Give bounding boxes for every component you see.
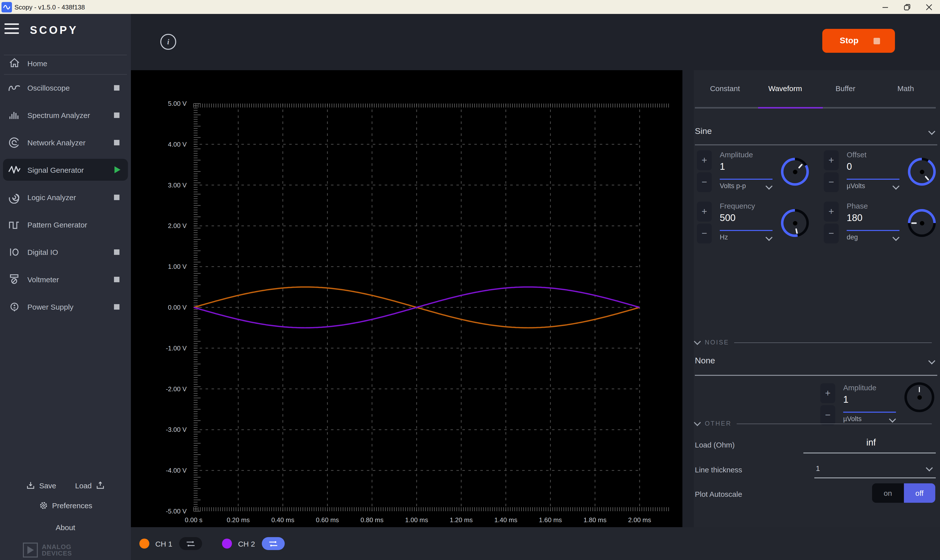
sidebar-item-power-supply[interactable]: Power Supply xyxy=(3,296,128,318)
other-section-header[interactable]: OTHER xyxy=(695,420,936,427)
sidebar-item-logic-analyzer[interactable]: Logic Analyzer xyxy=(3,186,128,208)
stopped-indicator xyxy=(114,304,120,309)
collapse-chevron-icon xyxy=(694,419,701,426)
tab-math[interactable]: Math xyxy=(875,84,936,92)
amplitude-increment-button[interactable]: + xyxy=(697,150,712,170)
ch1-settings-button[interactable] xyxy=(179,537,202,550)
svg-text:-2.00 V: -2.00 V xyxy=(166,385,187,393)
line-thickness-value[interactable]: 1 xyxy=(816,464,820,472)
noise-type-dropdown[interactable]: None xyxy=(695,356,937,366)
chevron-down-icon xyxy=(928,357,935,365)
plot-autoscale-label: Plot Autoscale xyxy=(695,490,742,498)
sliders-icon xyxy=(186,540,195,547)
sidebar-item-pattern-generator[interactable]: Pattern Generator xyxy=(3,214,128,235)
autoscale-on-option[interactable]: on xyxy=(872,483,904,503)
amplitude-decrement-button[interactable]: − xyxy=(697,172,712,192)
ch2-label[interactable]: CH 2 xyxy=(238,539,255,548)
frequency-increment-button[interactable]: + xyxy=(697,202,712,222)
chevron-down-icon[interactable] xyxy=(926,465,933,471)
svg-text:2.00 ms: 2.00 ms xyxy=(628,516,651,524)
line-thickness-label: Line thickness xyxy=(695,465,742,474)
phase-knob[interactable] xyxy=(908,209,936,237)
chevron-down-icon xyxy=(928,128,935,135)
autoscale-off-option[interactable]: off xyxy=(904,483,935,503)
phase-increment-button[interactable]: + xyxy=(824,202,839,222)
restore-button[interactable] xyxy=(896,0,918,14)
voltmeter-icon xyxy=(8,272,21,286)
sidebar-item-digital-io[interactable]: Digital IO xyxy=(3,241,128,263)
run-stop-button[interactable]: Stop xyxy=(822,29,895,53)
sidebar-item-spectrum-analyzer[interactable]: Spectrum Analyzer xyxy=(3,104,128,126)
svg-text:5.00 V: 5.00 V xyxy=(168,100,187,107)
tab-constant[interactable]: Constant xyxy=(695,84,755,92)
sidebar-item-voltmeter[interactable]: Voltmeter xyxy=(3,268,128,290)
preferences-button[interactable]: Preferences xyxy=(0,501,131,510)
amplitude-value[interactable]: 1 xyxy=(720,161,725,172)
noise-amplitude-knob[interactable] xyxy=(905,382,934,412)
ch1-color-dot xyxy=(139,538,149,549)
sidebar-item-signal-generator[interactable]: Signal Generator xyxy=(3,159,128,181)
tab-waveform[interactable]: Waveform xyxy=(755,84,815,92)
waveform-type-dropdown[interactable]: Sine xyxy=(695,126,937,136)
tab-underline-active xyxy=(758,107,823,109)
svg-text:0.80 ms: 0.80 ms xyxy=(361,516,384,524)
running-indicator xyxy=(114,166,120,173)
svg-text:1.80 ms: 1.80 ms xyxy=(584,516,607,524)
noise-section-header[interactable]: NOISE xyxy=(695,339,936,346)
ch2-settings-button[interactable] xyxy=(262,537,285,550)
app-icon xyxy=(2,2,12,12)
sidebar-item-network-analyzer[interactable]: Network Analyzer xyxy=(3,131,128,153)
plot-autoscale-toggle[interactable]: on off xyxy=(872,483,935,503)
info-icon[interactable]: i xyxy=(160,34,176,50)
save-download-icon xyxy=(26,481,35,490)
chevron-down-icon xyxy=(892,182,899,189)
signal-plot[interactable]: 5.00 V4.00 V3.00 V2.00 V1.00 V0.00 V-1.0… xyxy=(131,70,682,527)
load-ohm-input[interactable]: inf xyxy=(803,437,939,448)
frequency-knob[interactable] xyxy=(781,209,809,237)
collapse-chevron-icon xyxy=(694,338,701,345)
frequency-value[interactable]: 500 xyxy=(720,212,735,223)
phase-decrement-button[interactable]: − xyxy=(824,223,839,243)
menu-toggle-icon[interactable] xyxy=(5,23,19,34)
close-button[interactable] xyxy=(918,0,940,14)
svg-text:-5.00 V: -5.00 V xyxy=(166,508,187,515)
svg-text:0.00 V: 0.00 V xyxy=(168,304,187,311)
about-button[interactable]: About xyxy=(0,523,131,532)
network-analyzer-icon xyxy=(8,135,21,149)
sidebar: SCOPY Home Oscilloscope Spectrum Analyze… xyxy=(0,14,131,560)
noise-amplitude-increment-button[interactable]: + xyxy=(820,383,835,403)
stopped-indicator xyxy=(114,249,120,255)
phase-unit-dropdown[interactable]: deg xyxy=(847,234,902,241)
amplitude-control: + − Amplitude 1 Volts p-p xyxy=(697,150,821,198)
offset-knob[interactable] xyxy=(908,158,936,186)
ch1-label[interactable]: CH 1 xyxy=(155,539,172,548)
minimize-button[interactable] xyxy=(874,0,896,14)
load-button[interactable]: Load xyxy=(75,481,105,490)
offset-unit-dropdown[interactable]: µVolts xyxy=(847,182,902,190)
amplitude-unit-dropdown[interactable]: Volts p-p xyxy=(720,182,774,190)
stopped-indicator xyxy=(114,112,120,118)
sidebar-item-home[interactable]: Home xyxy=(3,52,128,74)
divider xyxy=(695,375,937,375)
frequency-unit-dropdown[interactable]: Hz xyxy=(720,234,774,241)
frequency-decrement-button[interactable]: − xyxy=(697,223,712,243)
panel-tabs: Constant Waveform Buffer Math xyxy=(695,84,936,92)
waveform-chart: 5.00 V4.00 V3.00 V2.00 V1.00 V0.00 V-1.0… xyxy=(131,70,682,527)
channel-bar: CH 1 CH 2 xyxy=(131,527,940,560)
stopped-indicator xyxy=(114,85,120,90)
noise-amplitude-value[interactable]: 1 xyxy=(843,394,848,405)
sidebar-item-oscilloscope[interactable]: Oscilloscope xyxy=(3,77,128,98)
main-area: i Stop 5.00 V4.00 V3.00 V2.00 V1.00 V0.0… xyxy=(131,14,940,560)
offset-increment-button[interactable]: + xyxy=(824,150,839,170)
save-button[interactable]: Save xyxy=(26,481,56,490)
tab-buffer[interactable]: Buffer xyxy=(815,84,875,92)
scopy-window: Scopy - v1.5.0 - 438f138 SCOPY Home xyxy=(0,0,940,560)
svg-text:0.40 ms: 0.40 ms xyxy=(271,516,294,524)
offset-decrement-button[interactable]: − xyxy=(824,172,839,192)
phase-value[interactable]: 180 xyxy=(847,212,862,223)
pattern-generator-icon xyxy=(8,218,21,231)
amplitude-knob[interactable] xyxy=(781,158,809,186)
svg-text:1.60 ms: 1.60 ms xyxy=(539,516,562,524)
offset-value[interactable]: 0 xyxy=(847,161,852,172)
load-upload-icon xyxy=(96,481,105,490)
